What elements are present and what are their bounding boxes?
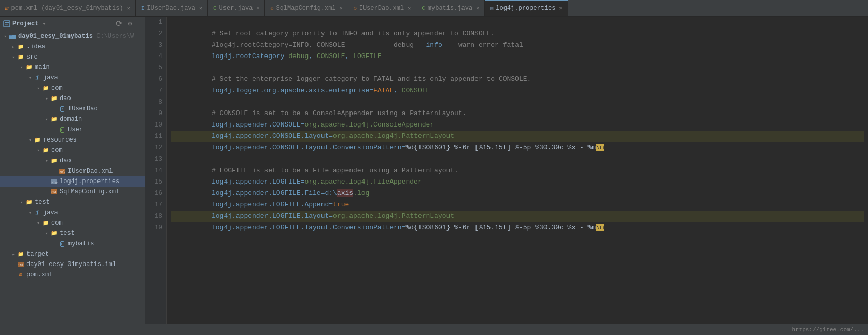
tree-label-pom: pom.xml — [26, 271, 52, 278]
tab-user-java[interactable]: C User.java ✕ — [208, 0, 265, 16]
line14-key: log4j.appender.LOGFILE= — [212, 178, 304, 186]
project-dropdown-icon[interactable] — [41, 21, 47, 26]
tree-item-java[interactable]: ▾ j java — [0, 73, 145, 83]
tree-label-com3: com — [51, 219, 63, 227]
line3-key: log4j.rootCategory= — [212, 52, 288, 60]
tab-log4j-close[interactable]: ✕ — [559, 5, 562, 11]
code-line-8: # CONSOLE is set to be a ConsoleAppender… — [171, 96, 864, 108]
svg-text:prop: prop — [50, 180, 57, 184]
iuserdao-icon: I — [58, 105, 66, 113]
main-folder-icon: 📁 — [25, 63, 33, 72]
tree-label-com2: com — [51, 147, 63, 154]
log4j-file-icon: prop — [50, 177, 58, 186]
line8-comment: # CONSOLE is set to be a ConsoleAppender… — [212, 109, 466, 117]
tree-item-dao[interactable]: ▾ 📁 dao — [0, 93, 145, 104]
tab-iuserdao-xml-close[interactable]: ✕ — [408, 5, 411, 11]
line15-highlight: axis — [337, 189, 353, 197]
line2-comment: #log4j.rootCategory=INFO, CONSOLE debug — [212, 41, 426, 49]
iuserdao-xml-icon: ⊙ — [354, 5, 357, 11]
tab-iuserdao-java-label: IUserDao.java — [147, 5, 195, 12]
tab-pom[interactable]: m pom.xml (day01_eesy_01mybatis) ✕ — [0, 0, 136, 16]
tree-item-mybatis[interactable]: ▸ C mybatis — [0, 239, 145, 249]
mybatis-class-icon: C — [58, 240, 66, 248]
tree-arrow-com3: ▾ — [35, 220, 41, 226]
line-num-18: 18 — [149, 211, 162, 222]
tree-item-iuserdao[interactable]: ▸ I IUserDao — [0, 104, 145, 114]
line-numbers: 1 2 3 4 5 6 7 8 9 10 11 12 13 14 15 16 1… — [145, 17, 167, 324]
project-folder-icon — [8, 32, 17, 40]
line3-val-console: CONSOLE — [317, 52, 345, 60]
tab-iuserdao-xml-label: IUserDao.xml — [359, 5, 404, 12]
resources-folder-icon: 📁 — [33, 136, 41, 144]
tree-item-test2[interactable]: ▾ 📁 test — [0, 228, 145, 239]
tree-item-iuserdao-xml[interactable]: ▸ xml IUserDao.xml — [0, 166, 145, 176]
tab-sqlmap[interactable]: ⊙ SqlMapConfig.xml ✕ — [265, 0, 348, 16]
tab-user-java-close[interactable]: ✕ — [256, 5, 259, 11]
tab-sqlmap-close[interactable]: ✕ — [340, 5, 343, 11]
line-num-3: 3 — [149, 39, 162, 51]
tree-label-src: src — [26, 53, 38, 61]
tree-item-user[interactable]: ▸ C User — [0, 124, 145, 135]
sync-icon[interactable]: ⟳ — [116, 19, 122, 29]
tree-item-sqlmap[interactable]: ▸ xml SqlMapConfig.xml — [0, 187, 145, 197]
target-folder-icon: 📁 — [17, 250, 25, 258]
line6-val-console: CONSOLE — [402, 87, 430, 94]
line-num-8: 8 — [149, 96, 162, 108]
tab-iuserdao-java-close[interactable]: ✕ — [199, 5, 202, 11]
tree-item-test[interactable]: ▾ 📁 test — [0, 197, 145, 207]
tree-label-iuserdao-xml: IUserDao.xml — [68, 168, 113, 175]
editor[interactable]: 1 2 3 4 5 6 7 8 9 10 11 12 13 14 15 16 1… — [145, 17, 868, 324]
line-num-11: 11 — [149, 131, 162, 142]
line3-val-debug: debug — [288, 52, 309, 60]
tree-label-dao: dao — [60, 95, 71, 102]
java-folder-icon: j — [33, 74, 41, 82]
tree-item-resources[interactable]: ▾ 📁 resources — [0, 135, 145, 145]
svg-rect-5 — [9, 35, 12, 36]
dao-folder-icon: 📁 — [50, 94, 58, 103]
tree-item-project-root[interactable]: ▾ day01_eesy_01mybatis C:\Users\W — [0, 31, 145, 41]
tab-mybatis-java[interactable]: C mybatis.java ✕ — [416, 0, 485, 16]
tree-item-main[interactable]: ▾ 📁 main — [0, 62, 145, 73]
tree-arrow-main: ▾ — [19, 65, 25, 71]
tab-iuserdao-java[interactable]: I IUserDao.java ✕ — [136, 0, 208, 16]
tree-arrow-resources: ▾ — [27, 137, 33, 143]
tree-item-iml[interactable]: ▸ iml day01_eesy_01mybatis.iml — [0, 259, 145, 270]
tree-item-dao2[interactable]: ▾ 📁 dao — [0, 156, 145, 166]
line6-comma: , — [394, 87, 402, 94]
tree-item-com3[interactable]: ▾ 📁 com — [0, 218, 145, 228]
tree-item-java2[interactable]: ▾ j java — [0, 207, 145, 218]
main-layout: Project ⟳ ⚙ – ▾ day01_eesy_01mybatis C:\… — [0, 17, 868, 324]
tab-pom-close[interactable]: ✕ — [127, 5, 130, 11]
tab-mybatis-java-close[interactable]: ✕ — [476, 5, 479, 11]
iml-file-icon: iml — [17, 260, 25, 269]
line11-newline: \n — [596, 144, 604, 151]
line14-val: org.apache.log4j.FileAppender — [304, 178, 422, 186]
tab-log4j[interactable]: ▤ log4j.properties ✕ — [485, 0, 568, 16]
tab-iuserdao-xml[interactable]: ⊙ IUserDao.xml ✕ — [348, 0, 416, 16]
tree-arrow-dao2: ▾ — [44, 158, 50, 164]
status-bar: https://gitee.com/... — [0, 324, 868, 335]
tree-label-iuserdao: IUserDao — [68, 105, 98, 113]
minimize-icon[interactable]: – — [137, 20, 142, 28]
tree-arrow-com: ▾ — [35, 86, 41, 91]
tree-item-target[interactable]: ▸ 📁 target — [0, 249, 145, 259]
tree-label-iml: day01_eesy_01mybatis.iml — [26, 261, 116, 268]
tree-item-com2[interactable]: ▾ 📁 com — [0, 145, 145, 156]
line11-val: %d{ISO8601} %-6r [%15.15t] %-5p %30.30c … — [405, 144, 596, 151]
tree-item-com[interactable]: ▾ 📁 com — [0, 83, 145, 93]
gear-icon[interactable]: ⚙ — [128, 19, 132, 28]
tree-item-src[interactable]: ▾ 📁 src — [0, 52, 145, 62]
line10-key: log4j.appender.CONSOLE.layout= — [212, 132, 333, 140]
tree-item-idea[interactable]: ▸ 📁 .idea — [0, 41, 145, 52]
sidebar-title: Project — [12, 20, 38, 27]
tree-item-log4j[interactable]: ▸ prop log4j.properties — [0, 176, 145, 187]
code-line-1: # Set root category priority to INFO and… — [171, 17, 864, 28]
line6-val-fatal: FATAL — [373, 87, 394, 94]
line10-val: org.apache.log4j.PatternLayout — [333, 132, 454, 140]
tree-item-pom[interactable]: ▸ m pom.xml — [0, 270, 145, 280]
tree-arrow-target: ▸ — [10, 252, 17, 257]
tree-label-main: main — [35, 64, 50, 71]
code-content[interactable]: # Set root category priority to INFO and… — [167, 17, 868, 324]
tree-item-domain[interactable]: ▾ 📁 domain — [0, 114, 145, 124]
line-num-10: 10 — [149, 119, 162, 131]
